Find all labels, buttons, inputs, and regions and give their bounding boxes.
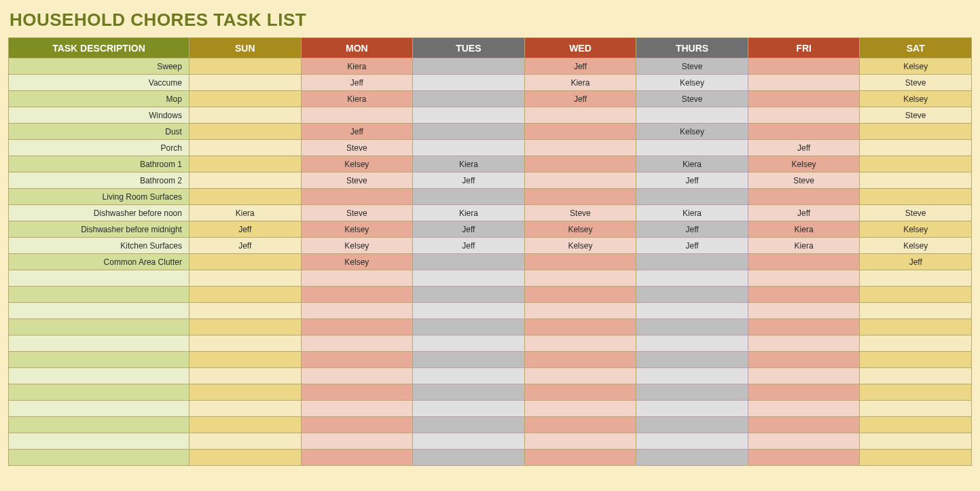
cell-wed[interactable]: Jeff bbox=[524, 58, 636, 75]
cell-thurs[interactable]: Steve bbox=[636, 91, 748, 107]
cell-tues[interactable] bbox=[413, 417, 525, 433]
cell-fri[interactable] bbox=[748, 433, 860, 450]
task-cell[interactable] bbox=[9, 335, 189, 352]
cell-sun[interactable] bbox=[189, 335, 301, 352]
cell-thurs[interactable] bbox=[636, 401, 748, 417]
cell-thurs[interactable]: Kiera bbox=[636, 156, 748, 172]
cell-sat[interactable]: Kelsey bbox=[860, 58, 972, 75]
cell-sat[interactable]: Jeff bbox=[860, 254, 972, 270]
cell-sun[interactable] bbox=[189, 254, 301, 270]
cell-mon[interactable]: Kiera bbox=[301, 58, 413, 75]
task-cell[interactable]: Porch bbox=[9, 140, 189, 156]
cell-thurs[interactable]: Jeff bbox=[636, 221, 748, 238]
cell-sat[interactable] bbox=[860, 384, 972, 401]
cell-tues[interactable] bbox=[413, 189, 525, 205]
cell-sat[interactable] bbox=[860, 417, 972, 433]
task-cell[interactable]: Mop bbox=[9, 91, 189, 107]
cell-sun[interactable] bbox=[189, 140, 301, 156]
cell-tues[interactable] bbox=[413, 287, 525, 303]
task-cell[interactable]: Sweep bbox=[9, 58, 189, 75]
cell-mon[interactable] bbox=[301, 107, 413, 124]
cell-thurs[interactable] bbox=[636, 352, 748, 368]
cell-mon[interactable] bbox=[301, 335, 413, 352]
cell-wed[interactable] bbox=[524, 172, 636, 189]
cell-thurs[interactable] bbox=[636, 335, 748, 352]
cell-mon[interactable]: Steve bbox=[301, 172, 413, 189]
cell-fri[interactable] bbox=[748, 107, 860, 124]
cell-wed[interactable] bbox=[524, 335, 636, 352]
cell-sun[interactable]: Jeff bbox=[189, 238, 301, 254]
cell-mon[interactable] bbox=[301, 433, 413, 450]
cell-tues[interactable] bbox=[413, 450, 525, 466]
cell-sun[interactable] bbox=[189, 319, 301, 335]
cell-tues[interactable]: Kiera bbox=[413, 205, 525, 221]
cell-tues[interactable] bbox=[413, 335, 525, 352]
cell-sat[interactable] bbox=[860, 401, 972, 417]
cell-sun[interactable]: Kiera bbox=[189, 205, 301, 221]
cell-tues[interactable]: Jeff bbox=[413, 238, 525, 254]
cell-fri[interactable] bbox=[748, 91, 860, 107]
cell-sun[interactable]: Jeff bbox=[189, 221, 301, 238]
cell-thurs[interactable] bbox=[636, 107, 748, 124]
cell-thurs[interactable]: Kelsey bbox=[636, 124, 748, 140]
cell-mon[interactable] bbox=[301, 401, 413, 417]
cell-tues[interactable] bbox=[413, 107, 525, 124]
cell-sat[interactable]: Kelsey bbox=[860, 238, 972, 254]
task-cell[interactable]: Living Room Surfaces bbox=[9, 189, 189, 205]
task-cell[interactable] bbox=[9, 352, 189, 368]
cell-sat[interactable] bbox=[860, 335, 972, 352]
task-cell[interactable] bbox=[9, 417, 189, 433]
cell-sun[interactable] bbox=[189, 172, 301, 189]
cell-wed[interactable] bbox=[524, 417, 636, 433]
cell-fri[interactable] bbox=[748, 75, 860, 91]
cell-thurs[interactable] bbox=[636, 303, 748, 319]
cell-tues[interactable] bbox=[413, 58, 525, 75]
task-cell[interactable]: Vaccume bbox=[9, 75, 189, 91]
cell-thurs[interactable] bbox=[636, 450, 748, 466]
cell-sun[interactable] bbox=[189, 450, 301, 466]
cell-sun[interactable] bbox=[189, 91, 301, 107]
cell-wed[interactable]: Kiera bbox=[524, 75, 636, 91]
cell-wed[interactable] bbox=[524, 140, 636, 156]
task-cell[interactable]: Dishwasher before midnight bbox=[9, 221, 189, 238]
cell-fri[interactable] bbox=[748, 401, 860, 417]
cell-thurs[interactable]: Jeff bbox=[636, 238, 748, 254]
cell-wed[interactable] bbox=[524, 303, 636, 319]
cell-sat[interactable] bbox=[860, 172, 972, 189]
cell-tues[interactable]: Kiera bbox=[413, 156, 525, 172]
task-cell[interactable]: Dishwasher before noon bbox=[9, 205, 189, 221]
cell-sun[interactable] bbox=[189, 368, 301, 384]
cell-fri[interactable] bbox=[748, 335, 860, 352]
cell-tues[interactable] bbox=[413, 352, 525, 368]
cell-wed[interactable] bbox=[524, 450, 636, 466]
task-cell[interactable] bbox=[9, 368, 189, 384]
cell-fri[interactable] bbox=[748, 303, 860, 319]
cell-fri[interactable] bbox=[748, 124, 860, 140]
task-cell[interactable]: Bathroom 1 bbox=[9, 156, 189, 172]
cell-thurs[interactable]: Kiera bbox=[636, 205, 748, 221]
cell-wed[interactable] bbox=[524, 270, 636, 287]
cell-wed[interactable]: Kelsey bbox=[524, 238, 636, 254]
cell-sat[interactable] bbox=[860, 303, 972, 319]
cell-wed[interactable] bbox=[524, 384, 636, 401]
cell-sun[interactable] bbox=[189, 58, 301, 75]
cell-fri[interactable] bbox=[748, 417, 860, 433]
cell-sun[interactable] bbox=[189, 401, 301, 417]
cell-mon[interactable] bbox=[301, 352, 413, 368]
cell-mon[interactable]: Jeff bbox=[301, 124, 413, 140]
cell-fri[interactable] bbox=[748, 287, 860, 303]
cell-sun[interactable] bbox=[189, 75, 301, 91]
task-cell[interactable]: Windows bbox=[9, 107, 189, 124]
cell-wed[interactable] bbox=[524, 287, 636, 303]
cell-fri[interactable] bbox=[748, 384, 860, 401]
cell-mon[interactable] bbox=[301, 303, 413, 319]
cell-sun[interactable] bbox=[189, 287, 301, 303]
cell-mon[interactable]: Kelsey bbox=[301, 254, 413, 270]
cell-sun[interactable] bbox=[189, 352, 301, 368]
cell-sun[interactable] bbox=[189, 189, 301, 205]
cell-sat[interactable] bbox=[860, 319, 972, 335]
cell-wed[interactable]: Kelsey bbox=[524, 221, 636, 238]
task-cell[interactable] bbox=[9, 303, 189, 319]
cell-sun[interactable] bbox=[189, 384, 301, 401]
cell-sat[interactable]: Kelsey bbox=[860, 91, 972, 107]
